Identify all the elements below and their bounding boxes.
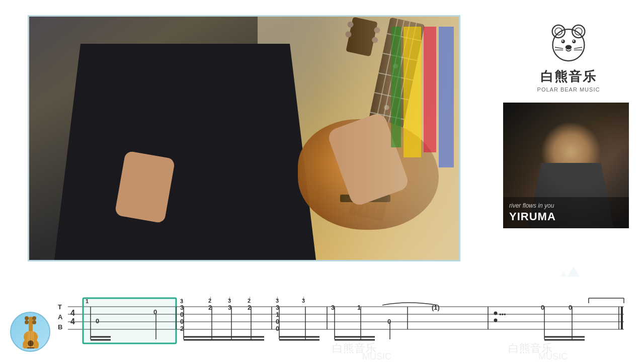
logo-english-text: POLAR BEAR MUSIC — [537, 86, 600, 93]
polar-bear-logo — [546, 20, 591, 65]
svg-point-105 — [494, 319, 498, 322]
svg-text:0: 0 — [276, 318, 279, 325]
svg-text:A: A — [58, 313, 63, 321]
tab-notation-svg: T A B 4 4 1 0 0 — [55, 279, 629, 359]
svg-text:•••: ••• — [499, 311, 506, 318]
svg-text:T: T — [58, 303, 62, 311]
svg-point-8 — [573, 40, 575, 42]
svg-text:1: 1 — [86, 298, 89, 304]
svg-rect-16 — [29, 317, 33, 332]
video-frame — [29, 17, 459, 260]
svg-point-1 — [572, 25, 585, 38]
svg-point-0 — [552, 25, 565, 38]
tab-notation-area: T A B 4 4 1 0 0 — [0, 277, 644, 362]
right-panel: 白熊音乐 POLAR BEAR MUSIC river flows in you… — [503, 15, 634, 228]
svg-text:2: 2 — [248, 304, 251, 311]
watermark-4: MUSIC — [538, 351, 568, 359]
svg-text:0: 0 — [387, 318, 391, 325]
svg-point-18 — [32, 316, 36, 320]
svg-text:2: 2 — [180, 325, 184, 332]
svg-line-10 — [555, 47, 563, 49]
svg-text:0: 0 — [276, 325, 279, 332]
svg-point-104 — [494, 312, 498, 315]
watermark-2: MUSIC — [362, 351, 391, 359]
svg-point-7 — [562, 40, 564, 42]
svg-text:2: 2 — [208, 304, 212, 311]
logo-container: 白熊音乐 POLAR BEAR MUSIC — [503, 15, 634, 93]
svg-text:0: 0 — [541, 304, 544, 311]
svg-point-17 — [25, 316, 29, 320]
svg-text:2: 2 — [248, 298, 251, 304]
svg-text:3: 3 — [228, 304, 231, 311]
svg-point-20 — [32, 320, 36, 324]
svg-text:3: 3 — [331, 304, 335, 311]
svg-point-9 — [566, 45, 572, 50]
svg-line-12 — [574, 47, 582, 49]
album-cover[interactable]: river flows in you YIRUMA — [503, 103, 629, 228]
ukulele-circle-bg — [10, 312, 50, 352]
album-subtitle: river flows in you — [509, 202, 623, 209]
svg-point-24 — [28, 340, 34, 346]
svg-text:1: 1 — [357, 304, 361, 311]
svg-text:3: 3 — [180, 304, 184, 311]
svg-text:4: 4 — [70, 309, 75, 317]
video-player[interactable] — [28, 15, 460, 261]
ukulele-icon — [10, 312, 50, 352]
svg-text:2: 2 — [208, 298, 211, 304]
svg-text:0: 0 — [569, 304, 572, 311]
album-artist: YIRUMA — [509, 210, 623, 223]
svg-text:0: 0 — [153, 308, 157, 316]
svg-text:0: 0 — [180, 318, 184, 325]
album-text-overlay: river flows in you YIRUMA — [503, 197, 629, 228]
svg-text:3: 3 — [302, 298, 305, 304]
svg-text:3: 3 — [228, 298, 231, 304]
svg-text:3: 3 — [276, 298, 279, 304]
svg-text:3: 3 — [276, 304, 279, 311]
ukulele-svg — [17, 316, 44, 348]
svg-text:0: 0 — [180, 311, 184, 318]
svg-text:B: B — [58, 323, 62, 331]
svg-text:1: 1 — [276, 311, 279, 318]
main-area: 白熊音乐 POLAR BEAR MUSIC river flows in you… — [0, 0, 644, 362]
svg-point-19 — [25, 320, 29, 324]
logo-chinese-text: 白熊音乐 — [540, 68, 597, 85]
svg-text:4: 4 — [70, 317, 75, 326]
svg-text:0: 0 — [96, 317, 99, 325]
